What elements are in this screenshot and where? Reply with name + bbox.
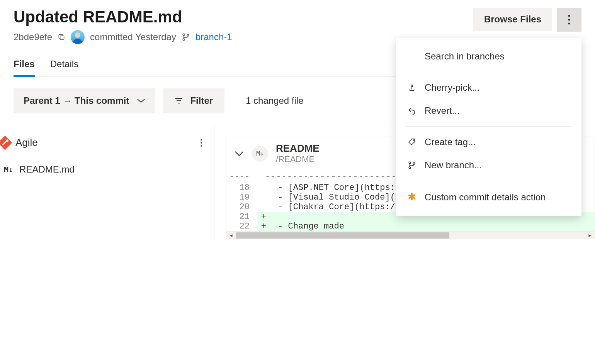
svg-point-6	[568, 23, 570, 25]
code-text: - Change made	[269, 222, 344, 231]
line-number: 22	[226, 222, 257, 231]
menu-item-label: Cherry-pick...	[425, 82, 480, 93]
svg-point-9	[409, 162, 411, 164]
menu-new-branch[interactable]: New branch...	[396, 154, 581, 177]
svg-point-14	[201, 145, 202, 147]
filter-icon	[175, 97, 183, 104]
scroll-left-arrow[interactable]: ◄	[229, 233, 233, 238]
branch-icon	[408, 161, 416, 169]
scroll-right-arrow[interactable]: ►	[588, 233, 592, 238]
compare-label: Parent 1 → This commit	[24, 95, 129, 106]
avatar[interactable]	[71, 30, 85, 44]
svg-point-7	[411, 85, 413, 87]
menu-item-label: Search in branches	[425, 51, 505, 62]
committed-text: committed Yesterday	[90, 32, 176, 42]
collapse-toggle[interactable]	[234, 151, 244, 157]
menu-search-branches[interactable]: Search in branches	[396, 45, 581, 68]
repo-name[interactable]: Agile	[15, 137, 38, 149]
line-number: 21	[226, 212, 257, 222]
line-number: 20	[226, 202, 257, 212]
line-number: 19	[226, 193, 257, 202]
tab-files[interactable]: Files	[14, 55, 35, 76]
line-number: 18	[226, 183, 257, 193]
svg-point-4	[568, 15, 570, 17]
svg-point-12	[201, 139, 202, 141]
markdown-icon: M↓	[252, 146, 268, 162]
more-vertical-icon	[568, 15, 570, 25]
more-actions-button[interactable]	[557, 8, 581, 32]
code-text	[269, 212, 273, 222]
menu-revert[interactable]: Revert...	[396, 99, 581, 122]
diff-marker	[257, 183, 269, 193]
branch-icon	[182, 33, 190, 41]
commit-hash: 2bde9efe	[14, 32, 52, 42]
git-icon	[0, 135, 12, 150]
branch-link[interactable]: branch-1	[196, 32, 232, 42]
tab-details[interactable]: Details	[50, 55, 78, 76]
svg-point-11	[413, 163, 415, 164]
horizontal-scrollbar[interactable]: ◄ ►	[226, 232, 595, 239]
filter-button[interactable]: Filter	[163, 88, 224, 113]
diff-marker	[257, 193, 269, 202]
more-vertical-icon	[200, 139, 202, 147]
tag-icon	[408, 138, 416, 146]
diff-marker: +	[257, 222, 269, 231]
compare-dropdown[interactable]: Parent 1 → This commit	[14, 88, 155, 113]
svg-point-1	[183, 34, 185, 36]
svg-point-2	[183, 39, 185, 41]
diff-marker: +	[257, 212, 269, 222]
cherry-pick-icon	[408, 83, 416, 92]
chevron-down-icon	[137, 98, 145, 103]
menu-divider	[406, 72, 571, 72]
copy-icon[interactable]	[58, 33, 65, 41]
svg-point-5	[568, 19, 570, 21]
changed-files-summary: 1 changed file	[246, 95, 303, 106]
repo-more-button[interactable]	[200, 139, 202, 147]
browse-files-button[interactable]: Browse Files	[473, 8, 552, 31]
menu-create-tag[interactable]: Create tag...	[396, 130, 581, 154]
menu-item-label: New branch...	[425, 160, 482, 171]
svg-point-8	[413, 140, 414, 141]
diff-marker	[257, 202, 269, 212]
menu-item-label: Custom commit details action	[425, 192, 546, 203]
file-title: README	[276, 142, 320, 154]
menu-item-label: Create tag...	[425, 137, 476, 147]
menu-item-label: Revert...	[425, 105, 460, 116]
star-icon: ✱	[408, 191, 416, 203]
file-tree-item[interactable]: M↓ README.md	[4, 159, 214, 179]
svg-point-13	[201, 142, 202, 144]
scrollbar-thumb[interactable]	[236, 232, 449, 239]
menu-divider	[406, 126, 571, 127]
file-name: README.md	[19, 164, 75, 175]
file-path: /README	[276, 154, 320, 164]
svg-point-3	[187, 34, 189, 36]
filter-label: Filter	[190, 95, 213, 106]
menu-cherry-pick[interactable]: Cherry-pick...	[396, 76, 581, 99]
menu-custom-action[interactable]: ✱ Custom commit details action	[396, 185, 581, 209]
diff-line: 22+ - Change made	[226, 222, 595, 231]
revert-icon	[408, 107, 416, 115]
svg-rect-0	[60, 36, 64, 40]
svg-point-10	[409, 167, 411, 169]
page-title: Updated README.md	[14, 8, 232, 26]
menu-divider	[406, 181, 571, 181]
markdown-icon: M↓	[4, 165, 13, 174]
context-menu: Search in branches Cherry-pick...	[396, 38, 581, 216]
chevron-down-icon	[234, 151, 244, 157]
